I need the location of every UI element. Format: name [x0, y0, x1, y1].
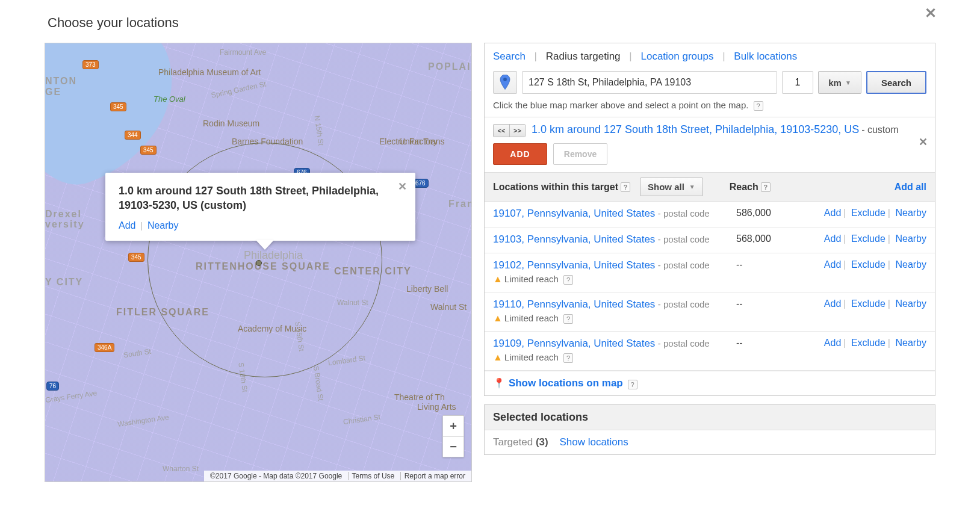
map-canvas[interactable]: 373 345 344 345 345 346A 676 676 76 Phil… [45, 43, 472, 482]
report-error-link[interactable]: Report a map error [405, 472, 465, 480]
unit-dropdown[interactable]: km▼ [818, 71, 861, 94]
result-suffix: - custom [861, 125, 898, 135]
help-icon[interactable]: ? [563, 314, 573, 324]
location-reach: -- [734, 338, 806, 348]
location-name-link[interactable]: 19109, Pennsylvania, United States [493, 338, 655, 349]
location-reach: 586,000 [734, 208, 806, 218]
next-result-button[interactable]: >> [509, 125, 525, 137]
address-input[interactable] [522, 71, 777, 94]
row-nearby-link[interactable]: Nearby [895, 338, 926, 348]
terms-link[interactable]: Terms of Use [352, 472, 395, 480]
info-add-link[interactable]: Add [119, 220, 135, 230]
info-title: 1.0 km around 127 South 18th Street, Phi… [119, 184, 402, 213]
location-reach: 568,000 [734, 234, 806, 244]
add-all-link[interactable]: Add all [895, 182, 926, 193]
warning-icon: ▲ [493, 274, 503, 284]
location-name-link[interactable]: 19103, Pennsylvania, United States [493, 234, 655, 245]
show-all-dropdown[interactable]: Show all▼ [640, 178, 703, 196]
location-row: 19103, Pennsylvania, United States - pos… [485, 227, 935, 253]
location-type: - postal code [658, 234, 710, 244]
location-reach: -- [734, 298, 806, 309]
row-nearby-link[interactable]: Nearby [895, 298, 926, 309]
page-title: Choose your locations [48, 15, 935, 31]
radius-input[interactable] [782, 71, 813, 94]
locations-list[interactable]: 19107, Pennsylvania, United States - pos… [485, 202, 935, 371]
help-icon[interactable]: ? [563, 353, 573, 363]
row-exclude-link[interactable]: Exclude [851, 338, 885, 348]
zoom-in-button[interactable]: + [443, 416, 464, 436]
svg-point-0 [503, 78, 507, 81]
location-type: - postal code [658, 260, 710, 270]
selected-locations-header: Selected locations [485, 405, 935, 430]
location-row: 19107, Pennsylvania, United States - pos… [485, 202, 935, 227]
search-button[interactable]: Search [866, 71, 926, 94]
help-icon[interactable]: ? [563, 275, 573, 285]
result-nav: << >> [493, 124, 526, 137]
map-info-window: ✕ 1.0 km around 127 South 18th Street, P… [105, 173, 415, 241]
location-type: - postal code [658, 208, 710, 218]
location-row: 19109, Pennsylvania, United States - pos… [485, 332, 935, 371]
row-nearby-link[interactable]: Nearby [895, 208, 926, 218]
warning-icon: ▲ [493, 313, 503, 323]
tab-search[interactable]: Search [493, 51, 526, 62]
help-icon[interactable]: ? [761, 182, 771, 192]
reach-header: Reach [730, 182, 758, 193]
zoom-control: + − [442, 415, 464, 457]
info-nearby-link[interactable]: Nearby [147, 220, 179, 230]
location-name-link[interactable]: 19110, Pennsylvania, United States [493, 298, 655, 310]
row-exclude-link[interactable]: Exclude [851, 208, 885, 218]
pin-purple-icon: 📍 [493, 378, 505, 388]
row-exclude-link[interactable]: Exclude [851, 298, 885, 309]
prev-result-button[interactable]: << [494, 125, 509, 137]
location-row: 19110, Pennsylvania, United States - pos… [485, 292, 935, 332]
map-marker[interactable] [256, 260, 262, 266]
close-icon[interactable]: ✕ [925, 5, 937, 22]
location-type: - postal code [658, 338, 710, 348]
map-hint: Click the blue map marker above and sele… [485, 100, 935, 117]
result-close-icon[interactable]: ✕ [919, 135, 928, 149]
location-type: - postal code [658, 299, 710, 309]
location-name-link[interactable]: 19102, Pennsylvania, United States [493, 259, 655, 271]
location-name-link[interactable]: 19107, Pennsylvania, United States [493, 208, 655, 219]
add-button[interactable]: ADD [493, 143, 547, 165]
zoom-out-button[interactable]: − [443, 436, 464, 457]
targeted-count: (3) [536, 436, 548, 448]
location-reach: -- [734, 259, 806, 270]
row-nearby-link[interactable]: Nearby [895, 234, 926, 244]
row-exclude-link[interactable]: Exclude [851, 259, 885, 270]
tab-radius[interactable]: Radius targeting [546, 51, 621, 62]
info-close-icon[interactable]: ✕ [398, 180, 407, 193]
location-row: 19102, Pennsylvania, United States - pos… [485, 253, 935, 292]
help-icon[interactable]: ? [621, 182, 630, 192]
warning-icon: ▲ [493, 352, 503, 362]
row-nearby-link[interactable]: Nearby [895, 259, 926, 270]
locations-within-label: Locations within this target [493, 182, 618, 193]
tab-bulk[interactable]: Bulk locations [734, 51, 797, 62]
tab-groups[interactable]: Location groups [640, 51, 713, 62]
map-pin-button[interactable] [493, 71, 517, 94]
help-icon[interactable]: ? [628, 380, 637, 389]
remove-button[interactable]: Remove [553, 143, 607, 165]
row-add-link[interactable]: Add [824, 208, 841, 218]
targeting-tabs: Search | Radius targeting | Location gro… [485, 43, 935, 66]
show-on-map-link[interactable]: Show locations on map [509, 377, 623, 389]
row-add-link[interactable]: Add [824, 338, 841, 348]
row-add-link[interactable]: Add [824, 234, 841, 244]
pin-icon [500, 75, 510, 90]
show-locations-link[interactable]: Show locations [559, 436, 628, 448]
row-exclude-link[interactable]: Exclude [851, 234, 885, 244]
row-add-link[interactable]: Add [824, 259, 841, 270]
targeted-label: Targeted [493, 436, 533, 448]
help-icon[interactable]: ? [754, 101, 763, 111]
map-attribution: ©2017 Google - Map data ©2017 Google Ter… [204, 471, 471, 481]
row-add-link[interactable]: Add [824, 298, 841, 309]
result-title-link[interactable]: 1.0 km around 127 South 18th Street, Phi… [532, 123, 859, 135]
